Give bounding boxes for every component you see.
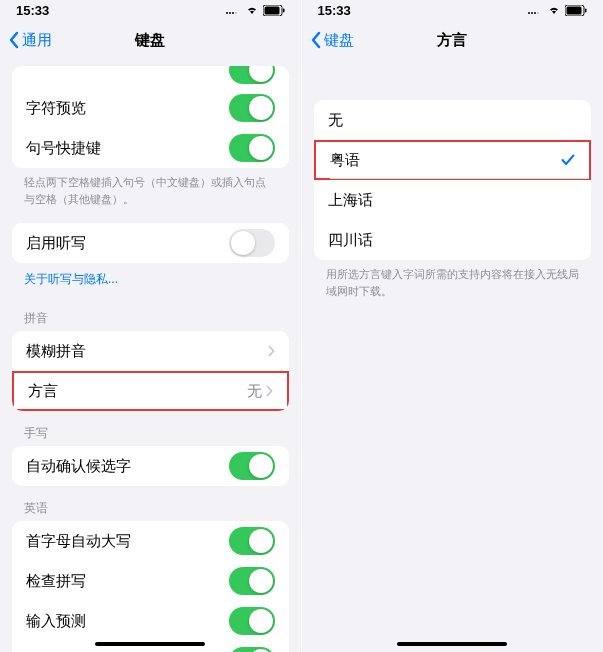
row-predictive[interactable]: 输入预测 [12, 601, 289, 641]
label: 上海话 [328, 191, 578, 210]
section-english: 英语 [0, 486, 301, 521]
label: 首字母自动大写 [26, 532, 229, 551]
toggle[interactable] [229, 567, 275, 595]
status-time: 15:33 [318, 3, 351, 18]
row-auto-confirm[interactable]: 自动确认候选字 [12, 446, 289, 486]
back-label: 通用 [22, 31, 52, 50]
row-enable-dictation[interactable]: 启用听写 [12, 223, 289, 263]
signal-icon [527, 5, 543, 15]
label: 字符预览 [26, 99, 229, 118]
page-title: 方言 [437, 31, 467, 50]
svg-rect-6 [283, 8, 285, 12]
footer-period: 轻点两下空格键插入句号（中文键盘）或插入句点与空格（其他键盘）。 [0, 168, 301, 213]
svg-point-9 [534, 12, 536, 14]
label: 自动确认候选字 [26, 457, 229, 476]
nav-bar: 通用 键盘 [0, 20, 301, 60]
svg-point-0 [226, 12, 228, 14]
row-period-shortcut[interactable]: 句号快捷键 [12, 128, 289, 168]
toggle[interactable] [229, 229, 275, 257]
svg-point-8 [531, 12, 533, 14]
toggle[interactable] [229, 134, 275, 162]
chevron-right-icon [266, 385, 273, 397]
row-auto-caps[interactable]: 首字母自动大写 [12, 521, 289, 561]
home-indicator [397, 642, 507, 646]
wifi-icon [547, 5, 561, 15]
status-time: 15:33 [16, 3, 49, 18]
section-pinyin: 拼音 [0, 296, 301, 331]
status-bar: 15:33 [0, 0, 301, 20]
back-label: 键盘 [324, 31, 354, 50]
signal-icon [225, 5, 241, 15]
toggle[interactable] [229, 66, 275, 84]
label: 四川话 [328, 231, 578, 250]
label: 方言 [28, 382, 247, 401]
option-sichuan[interactable]: 四川话 [314, 220, 592, 260]
toggle[interactable] [229, 647, 275, 652]
wifi-icon [245, 5, 259, 15]
status-indicators [527, 5, 587, 16]
svg-rect-5 [264, 6, 279, 14]
label: 模糊拼音 [26, 342, 268, 361]
label: 无 [328, 111, 578, 130]
label: 检查拼写 [26, 572, 229, 591]
row-char-preview[interactable]: 字符预览 [12, 88, 289, 128]
row-fuzzy-pinyin[interactable]: 模糊拼音 [12, 331, 289, 371]
label: 粤语 [330, 151, 562, 170]
svg-rect-12 [567, 6, 582, 14]
toggle[interactable] [229, 452, 275, 480]
row-dialect[interactable]: 方言 无 [12, 371, 289, 411]
svg-rect-13 [585, 8, 587, 12]
label: 启用听写 [26, 234, 229, 253]
chevron-left-icon [8, 31, 20, 49]
svg-point-10 [537, 12, 539, 14]
label: 句号快捷键 [26, 139, 229, 158]
status-indicators [225, 5, 285, 16]
nav-bar: 键盘 方言 [302, 20, 604, 60]
battery-icon [565, 5, 587, 16]
label: 输入预测 [26, 612, 229, 631]
toggle[interactable] [229, 94, 275, 122]
chevron-left-icon [310, 31, 322, 49]
link-dictation-privacy[interactable]: 关于听写与隐私... [0, 263, 301, 296]
option-cantonese[interactable]: 粤语 [314, 140, 592, 180]
check-icon [561, 154, 575, 166]
page-title: 键盘 [135, 31, 165, 50]
footer-download: 用所选方言键入字词所需的支持内容将在接入无线局域网时下载。 [302, 260, 604, 305]
section-handwrite: 手写 [0, 411, 301, 446]
option-shanghai[interactable]: 上海话 [314, 180, 592, 220]
option-none[interactable]: 无 [314, 100, 592, 140]
toggle[interactable] [229, 607, 275, 635]
status-bar: 15:33 [302, 0, 604, 20]
battery-icon [263, 5, 285, 16]
toggle[interactable] [229, 527, 275, 555]
value: 无 [247, 382, 262, 401]
svg-point-3 [235, 12, 237, 14]
svg-point-2 [232, 12, 234, 14]
back-button[interactable]: 键盘 [310, 31, 354, 50]
chevron-right-icon [268, 345, 275, 357]
home-indicator [95, 642, 205, 646]
svg-point-7 [528, 12, 530, 14]
back-button[interactable]: 通用 [8, 31, 52, 50]
svg-point-1 [229, 12, 231, 14]
row-check-spell[interactable]: 检查拼写 [12, 561, 289, 601]
row-partial-cutoff [12, 66, 289, 88]
